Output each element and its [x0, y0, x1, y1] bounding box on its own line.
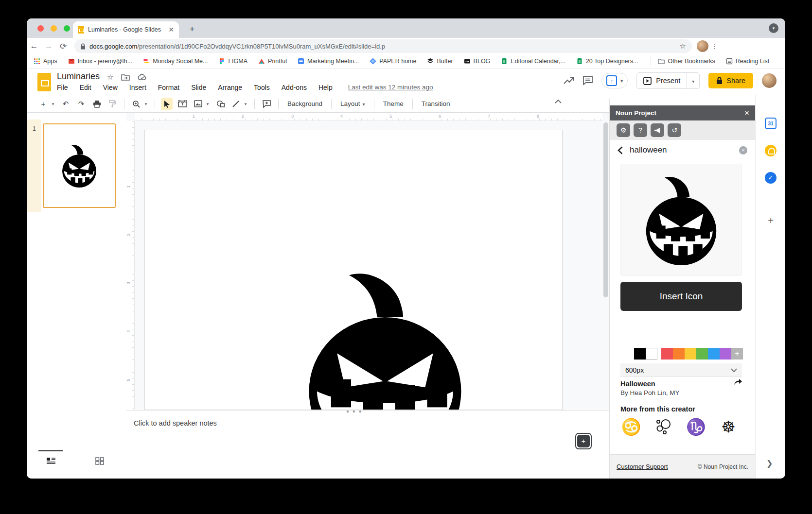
- new-slide-button[interactable]: +: [37, 98, 49, 110]
- bookmark-printful[interactable]: Printful: [258, 58, 287, 65]
- slide-thumbnail[interactable]: [43, 123, 116, 208]
- redo-button[interactable]: ↷: [75, 98, 87, 110]
- maximize-window-button[interactable]: [64, 25, 70, 32]
- activity-trend-icon[interactable]: [564, 77, 574, 85]
- menu-arrange[interactable]: Arrange: [218, 84, 242, 91]
- forward-button[interactable]: →: [41, 41, 56, 51]
- comments-icon[interactable]: [583, 76, 593, 85]
- explore-button[interactable]: +: [577, 435, 590, 447]
- bookmark-marketing-meeting[interactable]: Marketing Meetin...: [298, 58, 359, 65]
- line-dropdown-icon[interactable]: ▾: [243, 98, 248, 110]
- swatch-white[interactable]: [646, 348, 657, 360]
- present-dropdown-button[interactable]: ▾: [687, 73, 699, 88]
- swatch-black[interactable]: [634, 348, 646, 360]
- bubbles-icon[interactable]: [653, 416, 674, 437]
- back-button[interactable]: ←: [27, 41, 41, 51]
- collapse-side-panel-icon[interactable]: ❯: [766, 459, 773, 468]
- reading-list[interactable]: Reading List: [726, 58, 770, 65]
- history-icon[interactable]: ↺: [668, 123, 681, 137]
- collapse-menus-button[interactable]: [555, 99, 562, 103]
- dharma-wheel-icon[interactable]: ☸: [718, 416, 739, 437]
- paint-format-button[interactable]: [106, 98, 118, 110]
- swatch-red[interactable]: [661, 348, 673, 360]
- menu-view[interactable]: View: [103, 84, 118, 91]
- menu-format[interactable]: Format: [158, 84, 179, 91]
- minimize-window-button[interactable]: [51, 25, 57, 32]
- menu-addons[interactable]: Add-ons: [282, 84, 307, 91]
- present-button[interactable]: Present: [637, 73, 687, 88]
- insert-line-button[interactable]: [230, 98, 242, 110]
- customer-support-link[interactable]: Customer Support: [617, 463, 698, 470]
- bookmark-star-icon[interactable]: ☆: [680, 42, 686, 51]
- insert-comment-button[interactable]: [261, 98, 272, 110]
- swatch-green[interactable]: [696, 348, 708, 360]
- url-input[interactable]: docs.google.com/presentation/d/1d90CFo2O…: [74, 39, 692, 53]
- bookmark-apps[interactable]: Apps: [34, 58, 57, 65]
- pumpkin-preview-icon[interactable]: [635, 173, 727, 267]
- notes-resize-handle[interactable]: ● ● ●: [346, 409, 363, 414]
- panel-close-icon[interactable]: ×: [744, 108, 749, 118]
- bookmark-inbox[interactable]: Inbox - jeremy@th...: [68, 58, 133, 65]
- new-slide-dropdown-icon[interactable]: ▾: [50, 98, 56, 110]
- new-tab-button[interactable]: +: [185, 22, 199, 36]
- bookmark-blog[interactable]: BLOG: [464, 58, 491, 65]
- filmstrip-view-button[interactable]: [27, 450, 75, 465]
- bookmark-figma[interactable]: FIGMA: [218, 58, 247, 65]
- move-to-folder-icon[interactable]: [121, 74, 130, 81]
- text-box-button[interactable]: [177, 98, 188, 110]
- size-select[interactable]: 600px: [620, 363, 742, 377]
- star-document-icon[interactable]: ☆: [107, 73, 113, 82]
- menu-help[interactable]: Help: [318, 84, 333, 91]
- bookmark-top-designers[interactable]: 20 Top Designers...: [576, 58, 638, 65]
- user-avatar[interactable]: [762, 73, 777, 88]
- reload-button[interactable]: ⟳: [56, 41, 71, 51]
- search-query-input[interactable]: halloween: [630, 145, 732, 155]
- zoom-button[interactable]: [130, 98, 142, 110]
- capricorn-zodiac-icon[interactable]: ♑: [685, 416, 706, 437]
- megaphone-icon[interactable]: [651, 123, 664, 137]
- swatch-orange[interactable]: [673, 348, 685, 360]
- clear-search-icon[interactable]: ×: [739, 146, 747, 154]
- swatch-blue[interactable]: [708, 348, 720, 360]
- layout-button[interactable]: Layout▾: [340, 100, 365, 107]
- speaker-notes-input[interactable]: Click to add speaker notes: [134, 419, 217, 427]
- menu-tools[interactable]: Tools: [254, 84, 270, 91]
- document-title[interactable]: Luminaries: [57, 71, 100, 82]
- menu-slide[interactable]: Slide: [191, 84, 206, 91]
- back-chevron-icon[interactable]: [618, 146, 623, 154]
- add-color-button[interactable]: +: [731, 348, 743, 360]
- canvas-scrollbar[interactable]: [603, 122, 608, 297]
- insert-icon-button[interactable]: Insert Icon: [620, 282, 742, 311]
- swatch-purple[interactable]: [720, 348, 731, 360]
- present-to-meeting-button[interactable]: ↑ ▾: [601, 73, 628, 88]
- share-button[interactable]: Share: [708, 73, 753, 88]
- tab-search-button[interactable]: ▾: [769, 23, 778, 33]
- image-dropdown-icon[interactable]: ▾: [205, 98, 211, 110]
- bookmark-editorial-calendar[interactable]: Editorial Calendar,...: [501, 58, 565, 65]
- share-arrow-icon[interactable]: [734, 378, 742, 385]
- transition-button[interactable]: Transition: [422, 100, 450, 107]
- settings-gear-icon[interactable]: ⚙: [617, 123, 630, 137]
- theme-button[interactable]: Theme: [383, 100, 404, 107]
- background-button[interactable]: Background: [287, 100, 322, 107]
- last-edit-link[interactable]: Last edit was 12 minutes ago: [348, 84, 433, 91]
- tab-close-icon[interactable]: ✕: [168, 26, 174, 34]
- print-button[interactable]: [91, 98, 103, 110]
- bookmark-monday[interactable]: Monday Social Me...: [143, 58, 208, 65]
- other-bookmarks[interactable]: Other Bookmarks: [658, 58, 715, 65]
- keep-icon[interactable]: [765, 145, 777, 156]
- menu-file[interactable]: File: [57, 84, 68, 91]
- zoom-dropdown-icon[interactable]: ▾: [143, 98, 149, 110]
- bookmark-paper-home[interactable]: PAPER home: [370, 58, 416, 65]
- tasks-icon[interactable]: ✓: [765, 172, 777, 184]
- browser-tab[interactable]: Luminaries - Google Slides ✕: [73, 21, 179, 38]
- menu-insert[interactable]: Insert: [129, 84, 146, 91]
- cloud-saved-icon[interactable]: [138, 74, 147, 81]
- grid-view-button[interactable]: [75, 450, 124, 465]
- cancer-zodiac-icon[interactable]: ♋: [620, 416, 642, 437]
- menu-edit[interactable]: Edit: [80, 84, 91, 91]
- browser-menu-icon[interactable]: ⋮: [708, 42, 721, 50]
- google-slides-logo-icon[interactable]: [37, 73, 51, 91]
- insert-shape-button[interactable]: [214, 98, 226, 110]
- add-addon-icon[interactable]: +: [765, 215, 777, 226]
